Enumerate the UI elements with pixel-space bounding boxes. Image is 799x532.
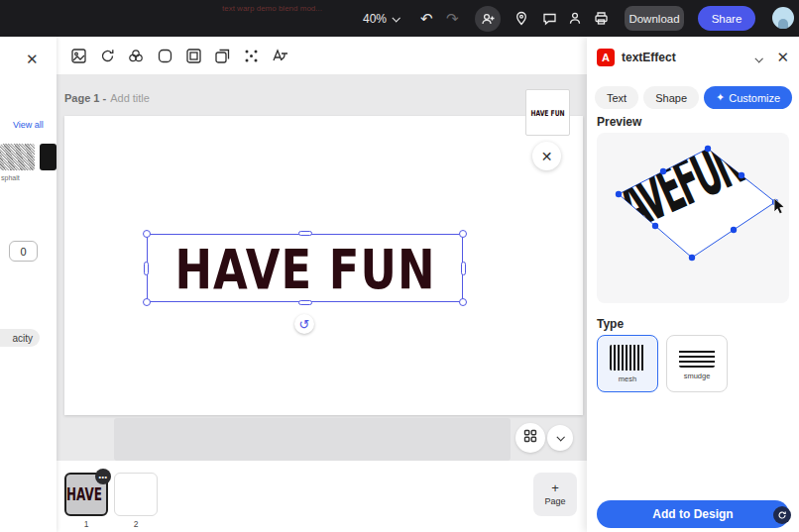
close-panel-button[interactable]: ✕ <box>776 49 789 66</box>
grid-view-button[interactable] <box>515 423 545 453</box>
type-card-mesh[interactable]: mesh <box>597 335 658 392</box>
preview-heading: Preview <box>597 115 641 129</box>
resize-handle-e[interactable] <box>461 262 466 275</box>
effect-type-cards: mesh smudge <box>597 335 728 392</box>
print-button[interactable] <box>588 0 614 37</box>
resize-handle-n[interactable] <box>298 231 312 236</box>
add-to-design-button[interactable]: Add to Design <box>597 500 789 528</box>
printer-icon <box>594 11 609 26</box>
mini-preview-text: HAVE FUN <box>530 108 564 117</box>
add-collaborator-button[interactable] <box>475 6 501 32</box>
comment-icon <box>542 11 557 26</box>
add-page-button[interactable]: + Page <box>533 473 577 516</box>
page-1-thumbnail[interactable]: HAVE FUN ••• <box>64 473 108 516</box>
page-2-number: 2 <box>114 519 158 529</box>
tab-shape[interactable]: Shape <box>643 86 699 109</box>
opacity-label: acity <box>0 329 40 347</box>
refresh-icon[interactable] <box>98 47 116 64</box>
account-avatar[interactable] <box>772 7 794 29</box>
chevron-down-icon <box>755 54 763 62</box>
resize-handle-se[interactable] <box>459 298 467 306</box>
effect-mini-preview: HAVE FUN <box>525 89 570 136</box>
resize-handle-ne[interactable] <box>459 230 467 238</box>
translate-icon[interactable] <box>271 47 288 64</box>
download-button[interactable]: Download <box>625 6 684 31</box>
person-icon <box>568 11 582 26</box>
canvas-area: Page 1 -Add title HAVE FUN ↺ HAVE FUN ✕ <box>57 74 587 461</box>
page-more-button[interactable]: ••• <box>95 469 111 484</box>
frame-icon[interactable] <box>184 47 202 64</box>
zoom-dropdown[interactable]: 40% <box>363 0 399 37</box>
document-title: text warp demo blend mod... <box>222 4 322 13</box>
dismiss-preview-button[interactable]: ✕ <box>532 142 561 170</box>
zoom-value: 40% <box>363 12 387 26</box>
comment-button[interactable] <box>536 0 562 37</box>
history-button[interactable] <box>562 0 588 37</box>
refresh-badge-icon <box>777 510 787 520</box>
top-bar: text warp demo blend mod... 40% ↶ ↷ <box>0 0 799 37</box>
rotate-handle[interactable]: ↺ <box>294 314 314 334</box>
effect-preview[interactable]: HAVEFUN <box>597 133 789 303</box>
smudge-type-label: smudge <box>684 372 711 380</box>
effects-icon[interactable] <box>127 47 145 64</box>
page-1-number: 1 <box>64 519 108 529</box>
texture-label: sphalt <box>1 174 20 181</box>
type-card-smudge[interactable]: smudge <box>666 335 728 392</box>
addon-logo-icon: A <box>597 49 615 66</box>
resize-handle-sw[interactable] <box>143 298 151 306</box>
share-button[interactable]: Share <box>698 6 755 31</box>
undo-button[interactable]: ↶ <box>420 0 433 37</box>
next-page-peek <box>114 418 511 461</box>
avatar-figure-icon <box>778 19 788 29</box>
page-2-thumbnail[interactable] <box>114 473 158 516</box>
app-window: text warp demo blend mod... 40% ↶ ↷ <box>0 0 799 532</box>
grid-icon <box>523 429 537 447</box>
accessibility-badge[interactable] <box>773 506 791 524</box>
duplicate-icon[interactable] <box>213 47 231 64</box>
context-toolbar <box>57 37 587 74</box>
chevron-down-icon <box>392 14 400 22</box>
type-heading: Type <box>597 317 624 331</box>
person-add-icon <box>481 12 496 27</box>
pin-icon <box>514 11 528 26</box>
texture-thumbnail[interactable] <box>40 144 57 170</box>
arrange-icon[interactable] <box>242 47 260 64</box>
texture-thumbnail[interactable] <box>0 144 35 170</box>
panel-tabs: Text Shape ✦ Customize <box>595 86 792 109</box>
insert-media-icon[interactable] <box>69 47 87 64</box>
selection-box[interactable] <box>147 234 463 302</box>
add-title-placeholder[interactable]: Add title <box>110 92 150 104</box>
left-panel-partial: ✕ View all sphalt 0 acity <box>0 37 57 532</box>
panel-title: textEffect <box>622 51 748 64</box>
collapse-panel-button[interactable] <box>755 49 761 66</box>
plus-icon: + <box>551 482 559 494</box>
page-number-label: Page 1 - <box>64 92 106 104</box>
sparkle-icon: ✦ <box>716 91 725 104</box>
collapse-pages-button[interactable] <box>547 425 573 451</box>
resize-handle-nw[interactable] <box>143 230 151 238</box>
page-heading: Page 1 -Add title <box>64 92 150 104</box>
mesh-type-icon <box>610 345 645 371</box>
tab-text[interactable]: Text <box>595 86 638 109</box>
mesh-type-label: mesh <box>619 374 636 383</box>
workspace: Page 1 -Add title HAVE FUN ↺ HAVE FUN ✕ <box>57 37 587 532</box>
panel-header: A textEffect ✕ <box>587 37 799 78</box>
smudge-type-icon <box>679 348 715 368</box>
texteffect-panel: A textEffect ✕ Text Shape ✦ Customize Pr… <box>587 37 799 532</box>
add-page-label: Page <box>544 496 565 506</box>
page-strip: HAVE FUN ••• 1 2 + Page <box>57 461 587 532</box>
cursor-icon <box>774 198 784 214</box>
resize-handle-s[interactable] <box>298 300 312 305</box>
mask-icon[interactable] <box>156 47 173 64</box>
tab-customize-label: Customize <box>729 92 780 104</box>
chevron-down-icon <box>556 433 564 441</box>
resize-handle-w[interactable] <box>144 262 149 275</box>
redo-button[interactable]: ↷ <box>446 0 459 37</box>
close-icon[interactable]: ✕ <box>26 51 39 68</box>
ideas-button[interactable] <box>509 0 534 37</box>
value-stepper[interactable]: 0 <box>9 241 38 262</box>
view-all-link[interactable]: View all <box>13 120 44 130</box>
tab-customize[interactable]: ✦ Customize <box>704 86 792 109</box>
